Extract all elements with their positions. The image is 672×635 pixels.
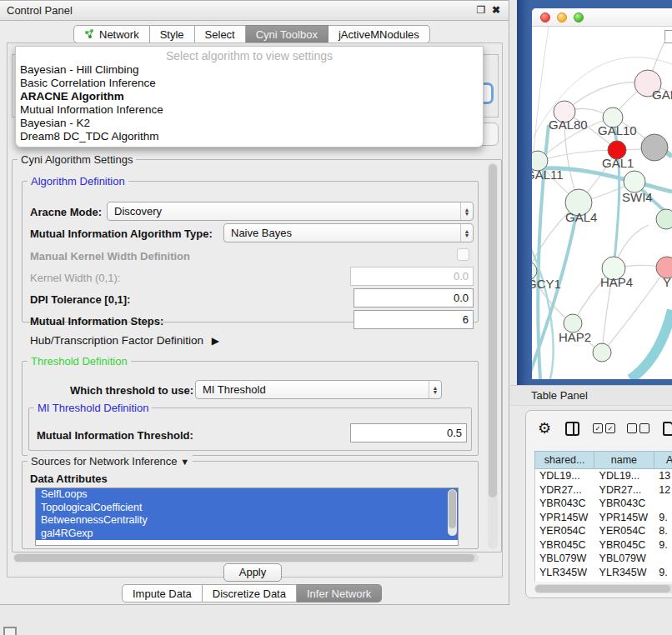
apply-button[interactable]: Apply xyxy=(223,563,282,582)
network-edge[interactable] xyxy=(630,310,672,379)
attribute-list-item[interactable]: gal4RGexp xyxy=(36,528,458,541)
table-cell: YER054C xyxy=(595,524,655,538)
tab-label: Network xyxy=(99,28,139,41)
attributes-scrollbar[interactable] xyxy=(448,489,457,536)
table-row[interactable]: YER054CYER054C8. xyxy=(535,524,672,538)
table-cell: YLR345W xyxy=(595,566,655,580)
bottom-tab-bar: Impute DataDiscretize DataInfer Network xyxy=(122,584,382,602)
which-threshold-label: Which threshold to use: xyxy=(70,384,193,397)
which-threshold-combobox[interactable]: MI Threshold ▲▼ xyxy=(195,380,442,399)
dropdown-item[interactable]: Dream8 DC_TDC Algorithm xyxy=(16,130,483,143)
table-horizontal-scrollbar[interactable] xyxy=(534,584,672,593)
table-cell: YBL079W xyxy=(535,552,595,566)
mi-threshold-field[interactable]: 0.5 xyxy=(350,423,467,442)
table-row[interactable]: YBL079WYBL079W xyxy=(535,552,672,566)
sources-group-title[interactable]: Sources for Network Inference ▼ xyxy=(28,455,193,468)
tab-label: Discretize Data xyxy=(213,588,286,600)
network-node-gray-node[interactable] xyxy=(641,134,668,161)
settings-horizontal-scrollbar[interactable] xyxy=(13,553,479,562)
table-row[interactable]: YBR045CYBR045C9. xyxy=(535,538,672,552)
table-row[interactable]: YDR27...YDR27...12 xyxy=(535,483,672,498)
tab-infer-network[interactable]: Infer Network xyxy=(297,584,382,602)
tab-label: Style xyxy=(160,28,184,41)
node-table: shared...nameA YDL19...YDL19...13YDR27..… xyxy=(534,451,672,582)
deselect-all-icon[interactable] xyxy=(627,423,649,433)
dpi-tolerance-field[interactable]: 0.0 xyxy=(354,288,474,308)
float-window-icon[interactable]: ❐ xyxy=(475,4,487,16)
table-cell: YDL19... xyxy=(535,469,595,483)
tab-label: Cyni Toolbox xyxy=(256,28,318,41)
minimize-traffic-light-icon[interactable] xyxy=(557,12,567,22)
node-label-HAP2: HAP2 xyxy=(559,330,591,344)
network-node-green-right[interactable] xyxy=(656,209,672,229)
table-row[interactable]: YLR345WYLR345W9. xyxy=(535,566,672,580)
table-cell: YDL19... xyxy=(595,469,655,483)
network-node-bottom-node[interactable] xyxy=(593,343,611,362)
attribute-list-item[interactable]: BetweennessCentrality xyxy=(36,514,458,528)
dropdown-item[interactable]: Bayesian - K2 xyxy=(16,117,483,130)
kernel-width-field[interactable]: 0.0 xyxy=(350,267,474,286)
columns-icon[interactable] xyxy=(565,422,579,436)
control-panel-title: Control Panel xyxy=(7,4,73,17)
network-edge[interactable] xyxy=(613,118,619,268)
network-window[interactable]: GALGAL80GAL10GAL1GAL11SWI4GAL4GCY1HAP4YH… xyxy=(532,8,672,379)
dropdown-item[interactable]: Basic Correlation Inference xyxy=(16,77,483,90)
table-row[interactable]: YDL19...YDL19...13 xyxy=(535,469,672,483)
mi-algorithm-type-combobox[interactable]: Naive Bayes ▲▼ xyxy=(223,223,474,242)
tab-discretize-data[interactable]: Discretize Data xyxy=(203,584,297,602)
stepper-icon: ▲▼ xyxy=(429,381,441,398)
screen: { "colors": { "selection_blue": "#3f6fd1… xyxy=(0,0,672,635)
gear-icon[interactable]: ⚙ xyxy=(538,420,551,437)
table-cell: YBR045C xyxy=(595,538,655,552)
table-panel-title: Table Panel xyxy=(531,389,588,402)
algorithm-dropdown-prompt: Select algorithm to view settings xyxy=(16,48,483,63)
attribute-list-item[interactable]: SelfLoops xyxy=(36,488,458,502)
data-attributes-list[interactable]: SelfLoopsTopologicalCoefficientBetweenne… xyxy=(35,488,459,546)
tab-label: Select xyxy=(205,28,235,41)
tab-network[interactable]: Network xyxy=(73,25,150,43)
table-row[interactable]: YBR043CYBR043C xyxy=(535,497,672,511)
attribute-list-item[interactable]: TopologicalCoefficient xyxy=(36,502,458,515)
minimized-panel-icon[interactable] xyxy=(3,627,17,635)
node-label-GAL10: GAL10 xyxy=(598,123,637,138)
column-header[interactable]: A xyxy=(654,452,672,468)
dropdown-item[interactable]: Bayesian - Hill Climbing xyxy=(16,63,483,77)
table-row[interactable]: YJL052CYJL052C0 xyxy=(535,579,672,582)
file-icon[interactable] xyxy=(663,422,672,436)
table-cell: YPR145W xyxy=(535,511,595,525)
tab-jactivemnodules[interactable]: jActiveMNodules xyxy=(328,25,430,43)
node-label-SWI4: SWI4 xyxy=(622,190,653,204)
hub-definition-toggle[interactable]: Hub/Transcription Factor Definition ▶ xyxy=(30,334,219,347)
close-traffic-light-icon[interactable] xyxy=(540,12,550,22)
column-header[interactable]: name xyxy=(594,452,654,468)
zoom-traffic-light-icon[interactable] xyxy=(574,12,584,22)
hub-definition-label: Hub/Transcription Factor Definition xyxy=(30,334,203,347)
network-canvas[interactable]: GALGAL80GAL10GAL1GAL11SWI4GAL4GCY1HAP4YH… xyxy=(532,27,672,379)
manual-kernel-width-checkbox[interactable] xyxy=(457,248,469,261)
node-label-pink-top: GAL xyxy=(652,88,672,102)
table-cell: YDR27... xyxy=(595,483,655,498)
table-card: ⚙ ✓✓ shared...nameA YDL19...YDL19...13YD… xyxy=(525,410,672,598)
table-cell: YER054C xyxy=(535,524,595,538)
column-header[interactable]: shared... xyxy=(535,452,594,468)
tab-style[interactable]: Style xyxy=(150,25,195,43)
chevron-down-icon: ▼ xyxy=(180,457,189,467)
tab-impute-data[interactable]: Impute Data xyxy=(122,584,203,602)
table-cell: YLR345W xyxy=(535,566,595,580)
table-row[interactable]: YPR145WYPR145W9. xyxy=(535,511,672,525)
tab-select[interactable]: Select xyxy=(195,25,246,43)
network-window-titlebar xyxy=(532,8,672,27)
tab-cyni-toolbox[interactable]: Cyni Toolbox xyxy=(246,25,328,43)
mi-steps-field[interactable]: 6 xyxy=(354,310,474,329)
node-label-HAP4: HAP4 xyxy=(600,275,633,289)
settings-vertical-scrollbar[interactable] xyxy=(488,162,498,549)
dropdown-item[interactable]: ARACNE Algorithm xyxy=(16,90,483,103)
select-all-icon[interactable]: ✓✓ xyxy=(593,423,615,433)
node-label-GCY1: GCY1 xyxy=(532,277,561,291)
close-window-icon[interactable]: ✖ xyxy=(490,4,502,16)
table-cell: YJL052C xyxy=(535,579,595,582)
dropdown-item[interactable]: Mutual Information Inference xyxy=(16,103,483,117)
aracne-mode-combobox[interactable]: Discovery ▲▼ xyxy=(107,202,474,221)
table-cell: YDR27... xyxy=(535,483,595,498)
table-cell: YJL052C xyxy=(595,579,655,582)
